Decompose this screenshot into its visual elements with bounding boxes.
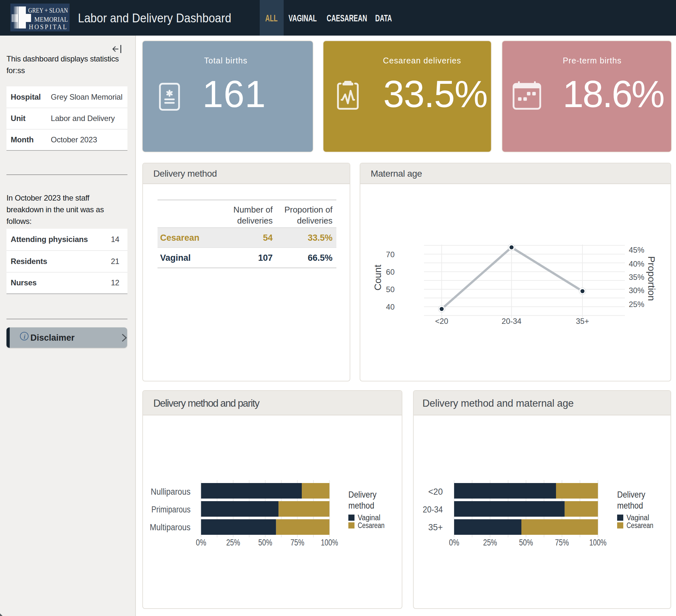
svg-text:GREY + SLOAN: GREY + SLOAN	[28, 7, 68, 14]
svg-text:0%: 0%	[196, 538, 206, 547]
svg-text:20-34: 20-34	[502, 317, 521, 326]
svg-text:method: method	[348, 501, 374, 510]
svg-text:35%: 35%	[629, 273, 644, 281]
svg-text:25%: 25%	[483, 538, 497, 547]
svg-text:Vaginal: Vaginal	[358, 513, 380, 522]
svg-text:Cesarean: Cesarean	[626, 521, 653, 529]
svg-text:HOSPITAL: HOSPITAL	[29, 23, 68, 31]
svg-text:100%: 100%	[589, 538, 607, 547]
svg-text:70: 70	[386, 250, 395, 259]
svg-text:Nulliparous: Nulliparous	[151, 487, 190, 497]
svg-text:Vaginal: Vaginal	[626, 513, 649, 522]
svg-text:<20: <20	[435, 317, 448, 326]
svg-text:Primiparous: Primiparous	[151, 505, 190, 514]
svg-text:Delivery: Delivery	[617, 490, 645, 500]
svg-text:Delivery: Delivery	[348, 490, 377, 500]
svg-text:20-34: 20-34	[423, 505, 443, 514]
svg-text:method: method	[617, 501, 643, 510]
svg-text:50%: 50%	[259, 538, 272, 547]
svg-text:<20: <20	[428, 487, 443, 497]
svg-text:40%: 40%	[629, 260, 644, 268]
svg-text:30%: 30%	[629, 286, 644, 295]
svg-text:Count: Count	[372, 264, 383, 290]
svg-text:75%: 75%	[555, 538, 569, 547]
svg-text:45%: 45%	[629, 245, 644, 254]
svg-text:100%: 100%	[321, 538, 338, 547]
svg-text:Multiparous: Multiparous	[150, 522, 190, 532]
svg-text:0%: 0%	[449, 538, 459, 547]
svg-text:25%: 25%	[629, 300, 644, 309]
svg-text:MEMORIAL: MEMORIAL	[34, 16, 68, 23]
svg-text:Proportion: Proportion	[646, 256, 657, 301]
svg-text:50: 50	[386, 285, 395, 294]
svg-text:i: i	[23, 333, 25, 340]
svg-text:50%: 50%	[519, 538, 533, 547]
svg-text:40: 40	[386, 302, 395, 311]
svg-text:35+: 35+	[576, 317, 589, 326]
svg-text:75%: 75%	[290, 538, 304, 547]
svg-text:Cesarean: Cesarean	[358, 521, 385, 529]
svg-text:60: 60	[386, 268, 395, 276]
svg-text:35+: 35+	[428, 522, 443, 532]
svg-text:25%: 25%	[226, 538, 240, 547]
